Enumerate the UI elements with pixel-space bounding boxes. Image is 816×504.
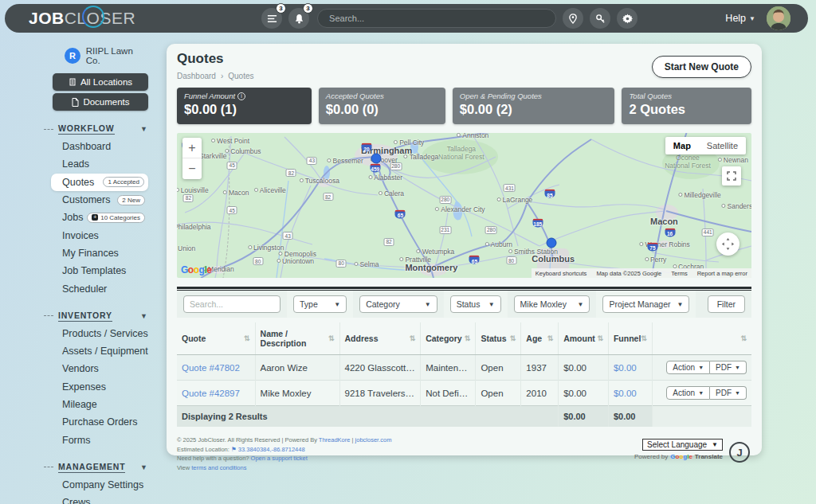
jobcloser-link[interactable]: jobcloser.com <box>355 436 392 443</box>
cell-amount: $0.00 <box>559 381 609 406</box>
fullscreen-button[interactable] <box>722 166 741 186</box>
sort-icon[interactable]: ⇅ <box>597 334 603 342</box>
map-marker[interactable] <box>547 237 557 248</box>
map-view-button[interactable]: Map <box>665 137 699 154</box>
api-keys-button[interactable] <box>590 8 610 29</box>
quote-link[interactable]: Quote #47802 <box>182 363 240 373</box>
action-dropdown-button[interactable]: Action▼ <box>666 386 710 400</box>
project-manager-filter-select[interactable]: Project Manager▼ <box>602 295 689 313</box>
action-dropdown-button[interactable]: Action▼ <box>666 361 710 374</box>
sidebar-item-crews[interactable]: Crews <box>51 494 149 504</box>
chevron-down-icon[interactable]: ▼ <box>140 312 147 320</box>
keyboard-shortcuts-link[interactable]: Keyboard shortcuts <box>536 270 587 277</box>
col-header-age[interactable]: Age⇅ <box>521 322 559 355</box>
amount-total: $0.00 <box>559 406 609 428</box>
terms-link[interactable]: Terms <box>671 270 687 277</box>
sidebar-item-assets-equipment[interactable]: Assets / Equipment <box>51 342 149 360</box>
col-header-name[interactable]: Name / Description⇅ <box>255 322 339 355</box>
sort-icon[interactable]: ⇅ <box>244 334 250 342</box>
col-header-status[interactable]: Status⇅ <box>476 322 521 355</box>
sort-icon[interactable]: ⇅ <box>410 334 416 342</box>
sidebar-item-products-services[interactable]: Products / Services <box>51 325 149 342</box>
sidebar-item-forms[interactable]: Forms <box>51 431 149 448</box>
col-header-quote[interactable]: Quote⇅ <box>177 322 255 355</box>
threadkore-link[interactable]: ThreadKore <box>319 436 351 443</box>
assignee-filter-select[interactable]: Mike Moxley▼ <box>514 295 590 313</box>
sidebar-item-leads[interactable]: Leads <box>51 155 149 173</box>
support-ticket-link[interactable]: Open a support ticket <box>251 455 308 462</box>
category-filter-select[interactable]: Category▼ <box>359 295 437 313</box>
status-filter-select[interactable]: Status▼ <box>450 295 501 313</box>
col-header-category[interactable]: Category⇅ <box>421 322 476 355</box>
sidebar-item-expenses[interactable]: Expenses <box>51 378 149 396</box>
pan-control[interactable] <box>716 232 740 256</box>
table-search-input[interactable] <box>183 295 280 313</box>
sort-icon[interactable]: ⇅ <box>510 334 516 342</box>
report-map-error-link[interactable]: Report a map error <box>697 270 747 277</box>
stat-funnel-amount: Funnel Amounti $0.00 (1) <box>177 88 312 124</box>
quotes-map[interactable]: Talladega National ForestOconee National… <box>177 133 751 278</box>
sidebar-item-customers[interactable]: Customers2 New <box>51 191 149 209</box>
language-select[interactable]: Select Language▼ <box>642 439 723 451</box>
inventory-section-title: INVENTORY <box>58 311 112 322</box>
google-logo[interactable]: Google <box>181 264 211 275</box>
terms-conditions-link[interactable]: terms and conditions <box>191 464 246 471</box>
sort-icon[interactable]: ⇅ <box>740 334 747 342</box>
sidebar-item-vendors[interactable]: Vendors <box>51 360 149 377</box>
quote-link[interactable]: Quote #42897 <box>182 389 240 398</box>
cell-status: Open <box>476 381 521 406</box>
map-data-label: Map data ©2025 Google <box>596 270 661 277</box>
jobs-badge: +10 Categories <box>87 213 145 223</box>
satellite-view-button[interactable]: Satellite <box>699 137 746 154</box>
chevron-down-icon[interactable]: ▼ <box>140 463 147 471</box>
sort-icon[interactable]: ⇅ <box>641 334 647 342</box>
map-marker[interactable] <box>371 153 382 163</box>
funnel-link[interactable]: $0.00 <box>614 389 637 398</box>
jobcloser-logo[interactable]: JOBCLOSER <box>29 9 135 28</box>
sidebar-item-invoices[interactable]: Invoices <box>51 226 149 244</box>
sidebar-item-jobs[interactable]: Jobs+10 Categories <box>51 209 149 226</box>
sidebar-item-job-templates[interactable]: Job Templates <box>51 262 149 279</box>
breadcrumb-dashboard[interactable]: Dashboard <box>177 72 216 80</box>
col-header-address[interactable]: Address⇅ <box>339 322 421 355</box>
zoom-in-button[interactable]: + <box>182 138 202 158</box>
col-header-actions[interactable]: ⇅ <box>652 322 751 355</box>
sort-icon[interactable]: ⇅ <box>465 334 471 342</box>
sidebar-item-my-finances[interactable]: My Finances <box>51 244 149 262</box>
location-button[interactable] <box>563 8 583 29</box>
pdf-dropdown-button[interactable]: PDF▼ <box>710 386 747 400</box>
sidebar-item-dashboard[interactable]: Dashboard <box>51 138 149 155</box>
help-menu[interactable]: Help▼ <box>725 13 755 24</box>
jobcloser-widget-button[interactable]: J <box>729 442 750 463</box>
sidebar-item-mileage[interactable]: Mileage <box>51 396 149 413</box>
all-locations-button[interactable]: All Locations <box>53 73 148 91</box>
shield-r-label: 80 <box>506 256 516 264</box>
documents-button[interactable]: Documents <box>53 93 148 111</box>
map-town-label: Perry <box>645 256 666 264</box>
documents-label: Documents <box>83 97 129 107</box>
global-search-input[interactable] <box>317 9 556 28</box>
zoom-out-button[interactable]: − <box>182 158 202 179</box>
user-avatar[interactable] <box>767 6 790 30</box>
type-filter-select[interactable]: Type▼ <box>293 295 347 313</box>
settings-button[interactable] <box>617 8 638 29</box>
chevron-down-icon[interactable]: ▼ <box>140 125 147 133</box>
shield-r-label: 80 <box>253 257 263 265</box>
notifications-button[interactable]: 3 <box>288 8 309 29</box>
col-header-funnel[interactable]: Funnel⇅ <box>608 322 652 355</box>
start-new-quote-button[interactable]: Start New Quote <box>652 56 751 78</box>
filter-button[interactable]: Filter <box>708 295 745 313</box>
sidebar-item-purchase-orders[interactable]: Purchase Orders <box>51 413 149 431</box>
company-switcher[interactable]: R RIIPL Lawn Co. <box>65 46 149 65</box>
sort-icon[interactable]: ⇅ <box>547 334 554 342</box>
sidebar-item-scheduler[interactable]: Scheduler <box>51 279 149 297</box>
funnel-link[interactable]: $0.00 <box>614 363 637 373</box>
info-icon[interactable]: i <box>237 92 245 100</box>
queue-menu-button[interactable]: 3 <box>261 8 282 29</box>
sidebar-item-quotes[interactable]: Quotes1 Accepted <box>51 174 148 191</box>
sidebar-item-company-settings[interactable]: Company Settings <box>51 476 149 494</box>
coordinates-link[interactable]: 33.3840384,-86.8712448 <box>238 446 305 453</box>
pdf-dropdown-button[interactable]: PDF▼ <box>710 361 747 374</box>
col-header-amount[interactable]: Amount⇅ <box>559 322 609 355</box>
sort-icon[interactable]: ⇅ <box>328 334 335 342</box>
